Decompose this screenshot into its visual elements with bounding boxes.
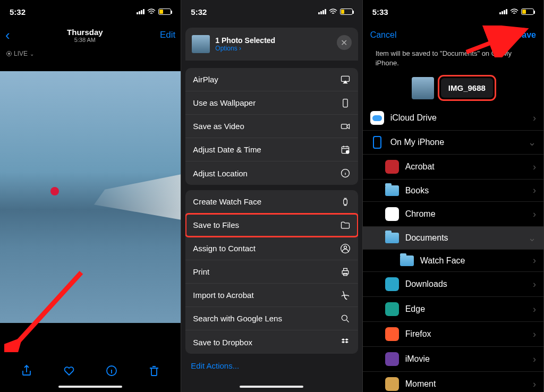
chevron-right-icon: › (533, 329, 536, 340)
action-save-to-files[interactable]: Save to Files (185, 214, 358, 237)
action-use-as-wallpaper[interactable]: Use as Wallpaper (185, 91, 358, 115)
folder-icon (340, 220, 351, 231)
folder-acrobat[interactable]: Acrobat› (363, 155, 543, 180)
home-indicator[interactable] (58, 386, 122, 388)
action-label: Save as Video (193, 122, 244, 131)
folder-icon (385, 233, 399, 243)
svg-rect-8 (343, 199, 347, 204)
folder-imovie[interactable]: iMovie› (363, 347, 543, 372)
status-icons (499, 8, 534, 15)
action-airplay[interactable]: AirPlay (185, 68, 358, 91)
wifi-icon (329, 8, 337, 15)
action-label: Import to Acrobat (193, 291, 253, 300)
status-icons (137, 8, 171, 15)
folder-label: Watch Face (420, 256, 465, 266)
action-label: Save to Files (193, 220, 239, 229)
live-badge[interactable]: LIVE ⌄ (0, 47, 181, 61)
contact-icon (340, 243, 351, 254)
day-label: Thursday (67, 28, 103, 37)
action-label: Search with Google Lens (193, 314, 282, 323)
edit-actions-link[interactable]: Edit Actions... (181, 354, 362, 378)
location-icloud[interactable]: iCloud Drive › (363, 106, 543, 131)
cancel-button[interactable]: Cancel (370, 30, 397, 40)
chevron-right-icon: › (533, 161, 536, 173)
airplay-icon (340, 74, 351, 85)
share-icon[interactable] (20, 364, 33, 377)
action-save-to-dropbox[interactable]: Save to Dropbox (185, 330, 358, 354)
action-label: Print (193, 267, 209, 276)
filename-input[interactable]: IMG_9688 (441, 78, 493, 98)
chevron-down-icon: ⌄ (528, 137, 536, 148)
photo-image (0, 71, 181, 323)
folder-documents[interactable]: Documents⌄ (363, 227, 543, 250)
app-icon (385, 352, 399, 366)
phone-icon (373, 136, 381, 149)
action-group-2: Create Watch FaceSave to FilesAssign to … (185, 190, 358, 354)
title-block: Thursday 5:38 AM (67, 28, 103, 43)
status-time: 5:33 (372, 7, 388, 16)
svg-point-14 (342, 315, 347, 320)
action-search-with-google-lens[interactable]: Search with Google Lens (185, 307, 358, 330)
battery-icon (521, 8, 534, 15)
folder-firefox[interactable]: Firefox› (363, 322, 543, 347)
battery-icon (158, 8, 171, 15)
watch-icon (340, 197, 351, 207)
action-assign-to-contact[interactable]: Assign to Contact (185, 237, 358, 260)
chevron-right-icon: › (533, 379, 536, 390)
folder-watch-face[interactable]: Watch Face› (363, 250, 543, 272)
edit-button[interactable]: Edit (160, 30, 175, 40)
folder-downloads[interactable]: Downloads› (363, 272, 543, 297)
chevron-right-icon: › (533, 185, 536, 196)
options-link[interactable]: Options › (215, 45, 275, 52)
action-label: Create Watch Face (193, 197, 261, 206)
location-onmyiphone[interactable]: On My iPhone ⌄ (363, 131, 543, 155)
action-print[interactable]: Print (185, 260, 358, 284)
folder-label: Acrobat (405, 162, 435, 172)
status-icons (318, 8, 353, 15)
app-icon (385, 160, 399, 174)
action-import-to-acrobat[interactable]: Import to Acrobat (185, 284, 358, 307)
thumbnail (192, 35, 210, 53)
save-description: Item will be saved to "Documents" on On … (363, 47, 543, 73)
home-indicator[interactable] (240, 386, 303, 388)
chevron-right-icon: › (533, 354, 536, 365)
status-time: 5:32 (191, 7, 207, 16)
folder-chrome[interactable]: Chrome› (363, 202, 543, 227)
folder-label: Edge (405, 304, 425, 314)
folder-label: Books (405, 186, 429, 195)
folder-icon (400, 255, 414, 266)
phone-icon (340, 98, 351, 108)
live-icon (6, 51, 12, 56)
photo-viewer[interactable] (0, 71, 181, 392)
app-icon (385, 327, 399, 341)
file-thumbnail (412, 77, 434, 99)
action-label: Adjust Location (193, 169, 248, 178)
folder-label: Downloads (405, 279, 447, 289)
close-button[interactable]: ✕ (337, 35, 352, 50)
folder-moment[interactable]: Moment› (363, 372, 543, 392)
status-time: 5:32 (10, 7, 26, 16)
app-icon (385, 302, 399, 316)
chevron-right-icon: › (533, 113, 536, 124)
save-button[interactable]: Save (516, 30, 536, 40)
info-icon[interactable] (105, 364, 118, 377)
action-adjust-location[interactable]: Adjust Location (185, 161, 358, 185)
app-icon (385, 277, 399, 291)
folder-edge[interactable]: Edge› (363, 297, 543, 322)
app-icon (385, 207, 399, 221)
svg-rect-11 (342, 270, 348, 274)
back-button[interactable]: ‹ (5, 27, 10, 44)
folder-icon (385, 185, 399, 196)
location-list: iCloud Drive › On My iPhone ⌄ Acrobat›Bo… (363, 106, 543, 392)
action-adjust-date-time[interactable]: Adjust Date & Time (185, 138, 358, 161)
folder-label: Firefox (405, 329, 431, 339)
action-save-as-video[interactable]: Save as Video (185, 115, 358, 138)
folder-books[interactable]: Books› (363, 180, 543, 202)
action-label: AirPlay (193, 75, 218, 84)
dropbox-icon (340, 337, 351, 347)
heart-icon[interactable] (63, 364, 75, 377)
action-create-watch-face[interactable]: Create Watch Face (185, 190, 358, 214)
action-label: Save to Dropbox (193, 338, 252, 347)
chevron-right-icon: › (533, 255, 536, 266)
trash-icon[interactable] (148, 364, 160, 377)
